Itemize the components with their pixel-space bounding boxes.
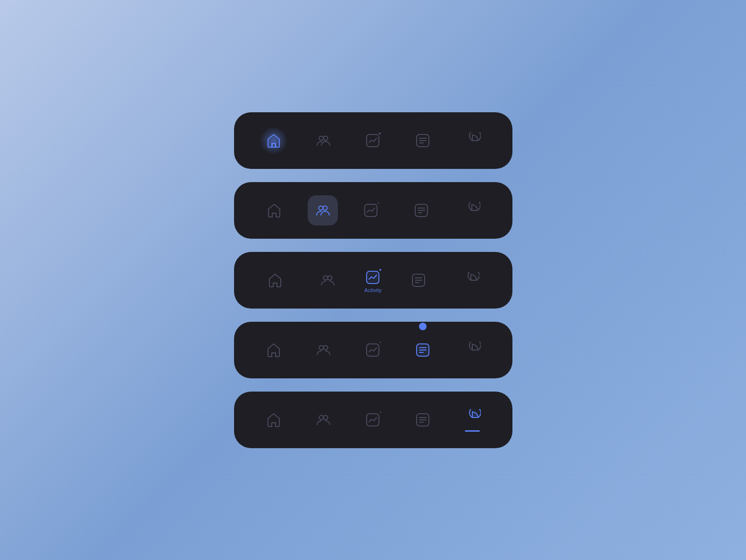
- nav-item-stats[interactable]: [455, 193, 489, 227]
- navbar-row5: [234, 392, 512, 448]
- nav-item-people[interactable]: [310, 263, 344, 297]
- people-icon: [313, 410, 333, 430]
- chart-icon: [363, 340, 383, 360]
- nav-item-notes[interactable]: [404, 193, 438, 227]
- people-icon: [313, 340, 333, 360]
- home-icon: [264, 131, 284, 150]
- pie-icon: [462, 201, 482, 220]
- chart-icon: [363, 410, 383, 430]
- svg-point-15: [324, 276, 328, 280]
- nav-item-activity-active[interactable]: Activity: [363, 267, 383, 293]
- nav-item-activity[interactable]: [356, 403, 390, 437]
- notif-dot: [379, 410, 382, 414]
- navbar-row2: [234, 182, 512, 239]
- chart-icon: [363, 131, 383, 150]
- navbars-container: Activity: [234, 112, 512, 448]
- underline-indicator: [465, 430, 480, 432]
- nav-item-stats-active[interactable]: [455, 403, 489, 437]
- home-icon: [265, 270, 285, 290]
- notif-dot-gray: [378, 132, 382, 135]
- people-icon: [313, 131, 333, 150]
- nav-item-home[interactable]: [258, 263, 292, 297]
- svg-point-1: [319, 136, 324, 140]
- bubble-dot: [419, 323, 427, 330]
- pie-icon: [462, 131, 482, 150]
- nav-item-home[interactable]: [257, 124, 291, 158]
- list-icon: [413, 410, 433, 430]
- people-icon-active: [313, 201, 333, 220]
- nav-item-notes[interactable]: [406, 403, 440, 437]
- svg-point-8: [319, 206, 323, 210]
- nav-item-activity[interactable]: [356, 124, 390, 158]
- nav-item-people[interactable]: [306, 333, 340, 367]
- home-icon: [264, 410, 284, 430]
- svg-point-22: [319, 345, 324, 350]
- nav-item-activity[interactable]: [354, 193, 388, 227]
- svg-point-2: [324, 136, 328, 140]
- nav-item-notes[interactable]: [406, 124, 440, 158]
- list-icon: [413, 131, 433, 150]
- nav-item-stats[interactable]: [455, 124, 489, 158]
- svg-point-16: [328, 276, 332, 280]
- nav-item-people-active[interactable]: [308, 195, 338, 226]
- navbar-row1: [234, 112, 512, 169]
- nav-item-stats[interactable]: [455, 333, 489, 367]
- list-icon: [409, 270, 428, 290]
- people-icon: [318, 270, 337, 290]
- nav-item-notes-active[interactable]: [406, 333, 440, 367]
- home-icon: [264, 340, 284, 360]
- svg-rect-0: [272, 143, 275, 147]
- home-icon: [264, 201, 284, 220]
- nav-item-home[interactable]: [257, 193, 291, 227]
- navbar-row3: Activity: [234, 252, 512, 309]
- pie-icon: [462, 340, 482, 360]
- nav-item-notes[interactable]: [402, 263, 436, 297]
- pie-icon-active: [462, 408, 482, 427]
- list-icon-active: [413, 340, 433, 360]
- nav-item-activity[interactable]: [356, 333, 390, 367]
- svg-point-30: [324, 415, 328, 419]
- nav-item-home[interactable]: [257, 333, 291, 367]
- svg-point-9: [323, 206, 327, 210]
- navbar-row4: [234, 322, 512, 378]
- nav-item-people[interactable]: [306, 124, 340, 158]
- notif-dot-blue: [378, 268, 382, 272]
- nav-item-people[interactable]: [306, 403, 340, 437]
- svg-point-23: [324, 345, 328, 350]
- nav-item-home[interactable]: [257, 403, 291, 437]
- activity-label: Activity: [364, 287, 381, 293]
- svg-point-29: [319, 415, 324, 419]
- chart-icon-active: [363, 267, 383, 287]
- pie-icon: [461, 270, 481, 290]
- list-icon: [411, 201, 431, 220]
- notif-dot: [379, 341, 382, 344]
- nav-item-stats[interactable]: [454, 263, 488, 297]
- chart-icon: [361, 201, 381, 220]
